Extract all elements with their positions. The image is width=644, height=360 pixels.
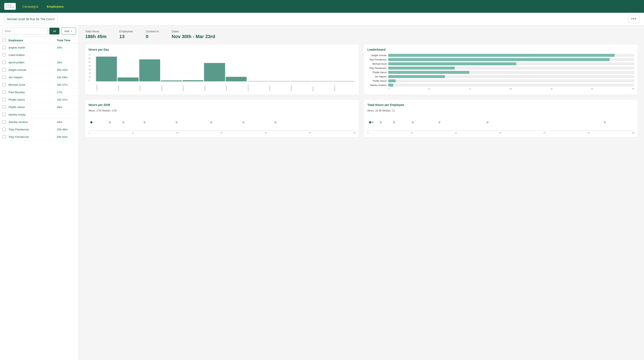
lb-bar bbox=[388, 62, 516, 65]
clocked-in-value: 0 bbox=[146, 34, 159, 39]
row-checkbox[interactable] bbox=[2, 113, 6, 116]
row-checkbox[interactable] bbox=[2, 120, 6, 124]
add-button[interactable]: Add ＋ bbox=[61, 28, 76, 34]
bar-chart-x-labels: 11/30/1912/1/1912/2/1912/3/1912/4/1912/6… bbox=[95, 82, 356, 91]
hours-per-day-chart: Hours per Day 706050403020100 11/30/1912… bbox=[85, 44, 359, 95]
lb-name: Phyllis Vance bbox=[367, 71, 386, 74]
all-filter-button[interactable]: All bbox=[50, 28, 59, 34]
row-checkbox[interactable] bbox=[2, 46, 6, 49]
lb-name: Stanley Hudson bbox=[367, 84, 386, 86]
table-row[interactable]: creed bratton bbox=[0, 51, 78, 59]
table-row[interactable]: darrel philbin 28m bbox=[0, 59, 78, 66]
col-employees-header: Employees bbox=[8, 39, 57, 42]
leaderboard-row: Toby Flenderson bbox=[367, 58, 634, 61]
row-checkbox[interactable] bbox=[2, 90, 6, 94]
row-checkbox[interactable] bbox=[2, 83, 6, 86]
lb-bar bbox=[388, 58, 610, 61]
employees-value: 13 bbox=[119, 34, 133, 39]
bar-x-label: 6/15/20 bbox=[269, 82, 290, 91]
scatter-dot bbox=[412, 121, 414, 123]
row-checkbox[interactable] bbox=[2, 61, 6, 64]
nav-employees[interactable]: Employees bbox=[47, 5, 64, 8]
total-hours-scatter bbox=[367, 114, 634, 131]
lb-name: Toby Flenderson bbox=[367, 67, 386, 69]
table-row[interactable]: Pam Beasley 17m bbox=[0, 88, 78, 96]
sidebar: All Add ＋ Employees Total Time angela ma… bbox=[0, 25, 79, 360]
table-row[interactable]: Toby Flenderson 15h 48m bbox=[0, 126, 78, 133]
total-hours-value: 186h 45m bbox=[85, 34, 106, 39]
table-row[interactable]: Phyllis Vance 48m bbox=[0, 103, 78, 111]
bar-chart-bar bbox=[269, 81, 290, 81]
stat-clocked-in: Clocked In 0 bbox=[146, 30, 159, 39]
bar-x-label: 12/31/19 bbox=[247, 82, 268, 91]
row-checkbox[interactable] bbox=[2, 135, 6, 138]
employee-name: Toby Flenderson bbox=[8, 135, 57, 138]
clocked-in-label: Clocked In bbox=[146, 30, 159, 33]
search-input[interactable] bbox=[2, 28, 48, 34]
bar-x-label: 12/6/19 bbox=[204, 82, 225, 91]
employee-name: dwight schrute bbox=[8, 68, 57, 71]
dates-value: Nov 30th - Mar 23rd bbox=[172, 34, 215, 39]
table-row[interactable]: dwight schrute 55h 43m bbox=[0, 66, 78, 74]
employee-name: angela martin bbox=[8, 46, 57, 49]
scatter-dot bbox=[242, 121, 244, 123]
table-header: Employees Total Time bbox=[0, 37, 78, 44]
employee-time: 15h 48m bbox=[57, 128, 76, 131]
main-layout: All Add ＋ Employees Total Time angela ma… bbox=[0, 25, 644, 360]
hours-per-shift-scatter bbox=[88, 114, 356, 131]
hours-per-shift-title: Hours per Shift bbox=[88, 103, 356, 107]
bar-x-label: 11/30/19 bbox=[96, 82, 117, 91]
table-row[interactable]: Jim Halpert 10h 59m bbox=[0, 74, 78, 81]
lb-name: Phyllis Vance bbox=[367, 80, 386, 82]
leaderboard-chart: Leaderboard dwight schrute Toby Flenders… bbox=[364, 44, 638, 95]
row-checkbox[interactable] bbox=[2, 75, 6, 79]
employee-name: Jim Halpert bbox=[8, 76, 57, 79]
select-all-checkbox[interactable] bbox=[2, 38, 6, 42]
row-checkbox[interactable] bbox=[2, 128, 6, 131]
toolbar: Michael Scott 5k Run for The Cure ▾ ••• bbox=[0, 13, 644, 25]
campaign-name: Michael Scott 5k Run for The Cure bbox=[7, 17, 53, 21]
table-row[interactable]: stanley empty bbox=[0, 111, 78, 118]
nav-campaigns[interactable]: Campaigns bbox=[22, 5, 38, 8]
charts-grid: Hours per Day 706050403020100 11/30/1912… bbox=[85, 44, 638, 137]
scatter-dot bbox=[144, 121, 146, 123]
leaderboard-row: Phyllis Vance bbox=[367, 79, 634, 82]
leaderboard-row: Phyllis Vance bbox=[367, 71, 634, 74]
employee-time: 29m bbox=[57, 46, 76, 49]
employee-name: Toby Flenderson bbox=[8, 128, 57, 131]
leaderboard-row: Jim Halpert bbox=[367, 75, 634, 78]
employee-name: creed bratton bbox=[8, 53, 57, 57]
dropdown-arrow-icon: ▾ bbox=[53, 17, 55, 21]
lb-bar-container bbox=[388, 84, 634, 87]
bar-chart-area bbox=[95, 54, 356, 81]
leaderboard-row: Toby Flenderson bbox=[367, 67, 634, 69]
scatter-dot bbox=[393, 121, 395, 123]
row-checkbox[interactable] bbox=[2, 105, 6, 109]
employee-list: angela martin 29m creed bratton darrel p… bbox=[0, 44, 78, 141]
sidebar-controls: All Add ＋ bbox=[0, 25, 78, 37]
lb-bar bbox=[388, 79, 396, 82]
row-checkbox[interactable] bbox=[2, 53, 6, 57]
stat-employees: Employees 13 bbox=[119, 30, 133, 39]
logo-line2: FITNESS bbox=[6, 6, 14, 8]
bar-x-label: 12/4/19 bbox=[182, 82, 204, 91]
table-row[interactable]: angela martin 29m bbox=[0, 44, 78, 51]
employee-time: 44m bbox=[57, 120, 76, 124]
row-checkbox[interactable] bbox=[2, 98, 6, 101]
y-axis-labels: 706050403020100 bbox=[88, 54, 91, 81]
lb-name: Michael Scott bbox=[367, 62, 386, 65]
table-row[interactable]: Toby Flenderson 54h 50m bbox=[0, 133, 78, 141]
employee-time: 55h 43m bbox=[57, 68, 76, 71]
campaign-dropdown[interactable]: Michael Scott 5k Run for The Cure ▾ bbox=[4, 15, 58, 23]
lb-name: Jim Halpert bbox=[367, 75, 386, 78]
table-row[interactable]: Phyllis Vance 15h 37m bbox=[0, 96, 78, 103]
row-checkbox[interactable] bbox=[2, 68, 6, 71]
bar-chart-bar bbox=[96, 57, 117, 81]
more-options-button[interactable]: ••• bbox=[628, 15, 640, 23]
lb-bar-container bbox=[388, 62, 634, 65]
table-row[interactable]: Stanley Hudson 44m bbox=[0, 118, 78, 126]
hours-per-shift-stats: Mean: 4.56 Median: 0.05 bbox=[88, 109, 356, 112]
bar-chart-bar bbox=[247, 81, 268, 81]
table-row[interactable]: Michael Scott 30h 57m bbox=[0, 81, 78, 88]
plus-icon: ＋ bbox=[70, 29, 73, 33]
